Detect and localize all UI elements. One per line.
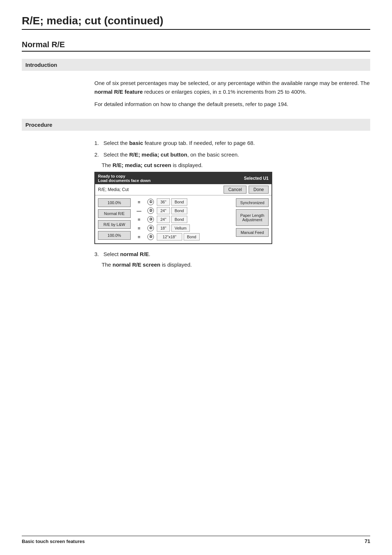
procedure-label: Procedure — [22, 122, 94, 128]
step-2-number: 2. — [94, 151, 99, 158]
row-4-circled: ④ — [146, 225, 155, 231]
row-5-size: 12"x18" — [157, 233, 182, 240]
steps: 1. Select the basic feature group tab. I… — [94, 139, 370, 271]
row-2-circled: ② — [146, 207, 155, 214]
screen-nav-title: R/E; Media; Cut — [98, 187, 221, 192]
row-3-icon: ≡ — [134, 217, 144, 222]
screen-btn-normal-re[interactable]: Normal R/E — [98, 209, 131, 218]
screen-left-buttons: 100.0% Normal R/E R/E by L&W 100.0% — [98, 198, 131, 240]
screen-nav: R/E; Media; Cut Cancel Done — [95, 184, 271, 195]
introduction-content-area: One of six preset percentages may be sel… — [22, 75, 370, 119]
row-2-media: Bond — [171, 207, 187, 214]
screen-row-2: — ② 24" Bond — [134, 207, 233, 214]
row-4-media: Vellum — [171, 224, 190, 232]
row-3-media: Bond — [171, 216, 187, 223]
manual-feed-button[interactable]: Manual Feed — [236, 228, 269, 237]
screen-row-4: ≡ ④ 18" Vellum — [134, 224, 233, 232]
screen-btn-re-lw[interactable]: R/E by L&W — [98, 220, 131, 229]
page-footer: Basic touch screen features 71 — [22, 536, 370, 544]
screen-mockup: Ready to copy Load documents face down S… — [94, 172, 272, 244]
row-5-media: Bond — [184, 233, 200, 240]
screen-body: 100.0% Normal R/E R/E by L&W 100.0% ≡ ① … — [95, 195, 271, 243]
row-5-icon: ≡ — [134, 234, 144, 240]
cancel-button[interactable]: Cancel — [224, 186, 246, 194]
section-title: Normal R/E — [22, 40, 370, 52]
screen-selected-badge: Selected U1 — [244, 176, 269, 181]
introduction-row: Introduction — [22, 59, 370, 71]
step-3-number: 3. — [94, 251, 99, 257]
page-title: R/E; media; cut (continued) — [22, 15, 370, 30]
screen-row-5: ≡ ⑤ 12"x18" Bond — [134, 233, 233, 240]
introduction-label: Introduction — [22, 62, 94, 68]
intro-para-2: For detailed information on how to chang… — [94, 100, 370, 109]
row-1-size: 36" — [157, 198, 170, 206]
done-button[interactable]: Done — [249, 186, 269, 194]
procedure-row: Procedure — [22, 119, 370, 131]
screen-btn-100pct-2[interactable]: 100.0% — [98, 231, 131, 240]
row-1-icon: ≡ — [134, 199, 144, 205]
synchronized-button[interactable]: Synchronized — [236, 198, 269, 207]
screen-row-3: ≡ ③ 24" Bond — [134, 216, 233, 223]
paper-length-adjustment-button[interactable]: Paper Length Adjustment — [236, 209, 269, 226]
step-3: 3. Select normal R/E. — [94, 250, 370, 259]
row-5-circled: ⑤ — [146, 234, 155, 240]
step-1: 1. Select the basic feature group tab. I… — [94, 139, 370, 147]
screen-intro-text: The R/E; media; cut screen is displayed. — [102, 162, 370, 168]
row-3-size: 24" — [157, 216, 170, 223]
screen-status-line1: Ready to copy — [98, 174, 151, 178]
screen-status-line2: Load documents face down — [98, 178, 151, 183]
step3-screen-text: The normal R/E screen is displayed. — [102, 262, 370, 268]
screen-header: Ready to copy Load documents face down S… — [95, 173, 271, 184]
row-1-circled: ① — [146, 199, 155, 205]
step-2: 2. Select the R/E; media; cut button, on… — [94, 150, 370, 159]
screen-center-rows: ≡ ① 36" Bond — ② 24" Bond — [134, 198, 233, 240]
footer-page-number: 71 — [364, 538, 370, 544]
procedure-area: 1. Select the basic feature group tab. I… — [22, 135, 370, 276]
introduction-text: One of six preset percentages may be sel… — [94, 79, 370, 112]
row-4-size: 18" — [157, 224, 170, 232]
step-1-number: 1. — [94, 140, 99, 146]
intro-para-1: One of six preset percentages may be sel… — [94, 79, 370, 96]
row-1-media: Bond — [171, 198, 187, 206]
row-2-size: 24" — [157, 207, 170, 214]
row-3-circled: ③ — [146, 216, 155, 223]
screen-row-1: ≡ ① 36" Bond — [134, 198, 233, 206]
screen-header-left: Ready to copy Load documents face down — [98, 174, 151, 183]
screen-right-buttons: Synchronized Paper Length Adjustment Man… — [236, 198, 269, 240]
row-2-icon: — — [134, 208, 144, 214]
row-4-icon: ≡ — [134, 226, 144, 231]
screen-btn-100pct-1[interactable]: 100.0% — [98, 198, 131, 207]
footer-label: Basic touch screen features — [22, 539, 85, 544]
